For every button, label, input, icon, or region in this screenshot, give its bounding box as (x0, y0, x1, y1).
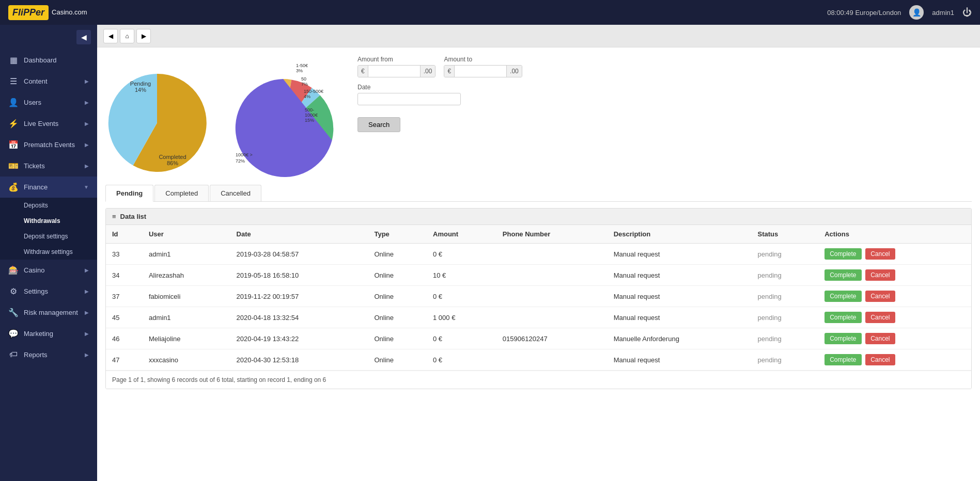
cell-phone (496, 265, 608, 286)
sidebar-item-live-events[interactable]: ⚡ Live Events ▶ (0, 113, 97, 134)
cell-user: xxxcasino (143, 349, 230, 371)
finance-submenu: Deposits Withdrawals Deposit settings Wi… (0, 198, 97, 260)
sidebar-item-settings[interactable]: ⚙ Settings ▶ (0, 281, 97, 302)
cell-id: 34 (106, 265, 143, 286)
col-description: Description (608, 225, 752, 244)
amount-from-input[interactable] (368, 66, 420, 77)
sidebar-item-content[interactable]: ☰ Content ▶ (0, 71, 97, 92)
sidebar-item-tickets[interactable]: 🎫 Tickets ▶ (0, 155, 97, 177)
date-label: Date (357, 84, 972, 91)
cancel-button[interactable]: Cancel (865, 291, 895, 302)
cell-amount: 0 € (427, 328, 496, 349)
sidebar-item-withdraw-settings[interactable]: Withdraw settings (0, 244, 97, 260)
search-button[interactable]: Search (357, 117, 400, 132)
sidebar-item-dashboard[interactable]: ▦ Dashboard (0, 50, 97, 71)
complete-button[interactable]: Complete (825, 269, 861, 281)
complete-button[interactable]: Complete (825, 312, 861, 323)
sidebar-item-deposit-settings[interactable]: Deposit settings (0, 229, 97, 244)
sidebar-item-label: Settings (24, 287, 48, 295)
cell-status: pending (752, 307, 819, 328)
data-list-section: ≡ Data list Id User Date Type Amount Pho… (105, 208, 972, 389)
sidebar-item-prematch-events[interactable]: 📅 Prematch Events ▶ (0, 134, 97, 155)
amount-to-suffix: .00 (506, 66, 522, 77)
cell-id: 46 (106, 328, 143, 349)
range5-percent: 72% (236, 158, 245, 164)
sidebar-item-marketing[interactable]: 💬 Marketing ▶ (0, 323, 97, 344)
range5-label: 1000€ > (236, 152, 253, 157)
user-avatar-icon: 👤 (909, 5, 924, 20)
breadcrumb-bar: ◀ ⌂ ▶ (97, 25, 980, 47)
complete-button[interactable]: Complete (825, 248, 861, 260)
sidebar-item-withdrawals[interactable]: Withdrawals (0, 213, 97, 229)
tab-cancelled[interactable]: Cancelled (210, 185, 261, 201)
cancel-button[interactable]: Cancel (865, 269, 895, 281)
logo-text: FliPPer (12, 7, 44, 18)
cell-amount: 10 € (427, 265, 496, 286)
chevron-right-icon: ▶ (85, 267, 89, 273)
sidebar-item-finance[interactable]: 💰 Finance ▼ (0, 177, 97, 198)
col-user: User (143, 225, 230, 244)
sidebar-item-users[interactable]: 👤 Users ▶ (0, 92, 97, 113)
tab-completed[interactable]: Completed (154, 185, 209, 201)
currency-symbol-from: € (358, 66, 368, 77)
cell-date: 2019-03-28 04:58:57 (230, 244, 368, 265)
cancel-button[interactable]: Cancel (865, 354, 895, 365)
cell-user: Alirezashah (143, 265, 230, 286)
chevron-right-icon: ▶ (85, 100, 89, 105)
sidebar-item-label: Tickets (24, 162, 45, 170)
tabs: Pending Completed Cancelled (105, 185, 972, 202)
amount-from-label: Amount from (357, 56, 435, 63)
cell-user: fabiomiceli (143, 286, 230, 307)
cell-type: Online (368, 349, 427, 371)
table-row: 33 admin1 2019-03-28 04:58:57 Online 0 €… (106, 244, 971, 265)
col-status: Status (752, 225, 819, 244)
live-events-icon: ⚡ (8, 119, 19, 129)
col-phone: Phone Number (496, 225, 608, 244)
breadcrumb-back-button[interactable]: ◀ (103, 29, 118, 43)
sidebar-item-casino[interactable]: 🎰 Casino ▶ (0, 260, 97, 281)
date-input[interactable] (357, 93, 461, 105)
breadcrumb-home-button[interactable]: ⌂ (120, 29, 134, 43)
cell-description: Manual request (608, 286, 752, 307)
chevron-right-icon: ▶ (85, 331, 89, 336)
complete-button[interactable]: Complete (825, 354, 861, 365)
tickets-icon: 🎫 (8, 161, 19, 171)
complete-button[interactable]: Complete (825, 333, 861, 344)
sidebar-toggle-area: ◀ (0, 25, 97, 50)
table-row: 37 fabiomiceli 2019-11-22 00:19:57 Onlin… (106, 286, 971, 307)
main-layout: ◀ ▦ Dashboard ☰ Content ▶ 👤 Users ▶ ⚡ (0, 25, 980, 481)
pending-percent: 14% (135, 87, 146, 93)
complete-button[interactable]: Complete (825, 291, 861, 302)
cell-user: Meliajoline (143, 328, 230, 349)
amount-to-input[interactable] (455, 66, 506, 77)
chevron-down-icon: ▼ (84, 184, 89, 190)
cell-status: pending (752, 265, 819, 286)
col-date: Date (230, 225, 368, 244)
cell-type: Online (368, 307, 427, 328)
range4-label2: 1000€ (305, 113, 318, 118)
cell-description: Manual request (608, 349, 752, 371)
content-icon: ☰ (8, 76, 19, 86)
reports-icon: 🏷 (8, 350, 19, 359)
cell-description: Manual request (608, 244, 752, 265)
data-list-header: ≡ Data list (106, 209, 971, 225)
casino-icon: 🎰 (8, 265, 19, 275)
tab-pending[interactable]: Pending (105, 185, 153, 202)
breadcrumb-forward-button[interactable]: ▶ (136, 29, 151, 43)
cancel-button[interactable]: Cancel (865, 333, 895, 344)
logout-icon[interactable]: ⏻ (962, 7, 972, 18)
settings-icon: ⚙ (8, 286, 19, 296)
amount-from-group: Amount from € .00 (357, 56, 435, 77)
sidebar-item-risk-management[interactable]: 🔧 Risk management ▶ (0, 302, 97, 323)
cell-date: 2020-04-19 13:43:22 (230, 328, 368, 349)
range4-percent: 15% (305, 118, 314, 123)
pagination-info: Page 1 of 1, showing 6 records out of 6 … (106, 371, 971, 389)
finance-icon: 💰 (8, 182, 19, 192)
sidebar-item-reports[interactable]: 🏷 Reports ▶ (0, 344, 97, 365)
sidebar-item-deposits[interactable]: Deposits (0, 198, 97, 213)
topbar: FliPPer Casino.com 08:00:49 Europe/Londo… (0, 0, 980, 25)
cell-type: Online (368, 286, 427, 307)
sidebar-toggle-button[interactable]: ◀ (76, 30, 91, 44)
cancel-button[interactable]: Cancel (865, 248, 895, 260)
cancel-button[interactable]: Cancel (865, 312, 895, 323)
